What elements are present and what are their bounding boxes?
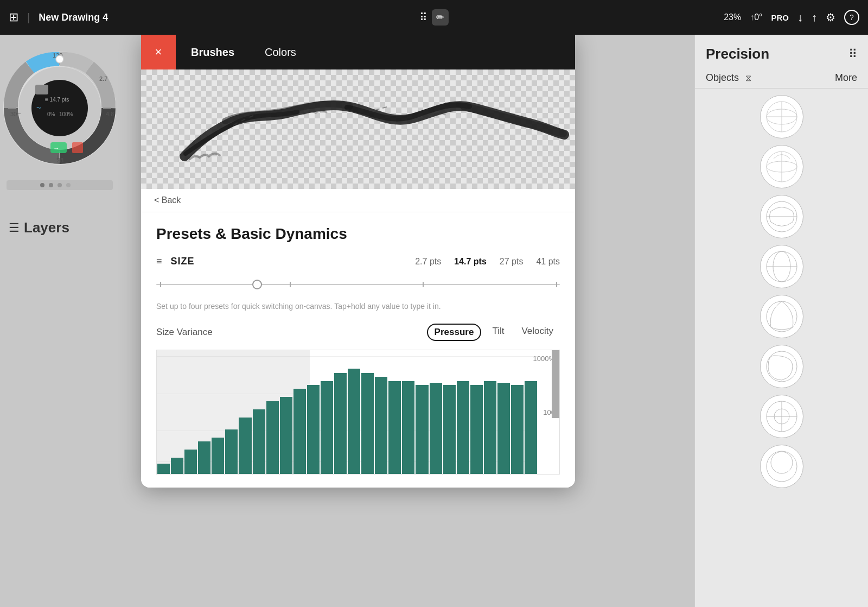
- variance-section: Size Variance Pressure Tilt Velocity: [156, 324, 560, 475]
- angle-display[interactable]: ↑0°: [750, 12, 762, 22]
- chart-bar: [307, 385, 320, 474]
- brush-preview-6[interactable]: [760, 345, 803, 388]
- right-header: Precision ⠿: [695, 35, 868, 68]
- layers-menu-icon: ☰: [9, 221, 20, 235]
- close-icon: ×: [155, 45, 162, 59]
- svg-rect-11: [35, 85, 48, 94]
- chart-bar: [484, 381, 496, 474]
- tab-colors[interactable]: Colors: [250, 35, 311, 69]
- settings-icon[interactable]: ⚙: [826, 11, 835, 24]
- svg-text:2.7: 2.7: [99, 75, 107, 82]
- topbar-right: 23% ↑0° PRO ↓ ↑ ⚙ ?: [724, 10, 859, 25]
- brush-icon-center[interactable]: ✏: [432, 9, 449, 26]
- chart-bar: [198, 441, 210, 474]
- modal-content: Presets & Basic Dynamics ≡ SIZE 2.7 pts …: [141, 212, 575, 488]
- size-label: SIZE: [171, 256, 195, 267]
- svg-point-40: [767, 451, 797, 482]
- size-header: ≡ SIZE 2.7 pts 14.7 pts 27 pts 41 pts: [156, 256, 560, 267]
- chart-scroll-bar[interactable]: [552, 350, 559, 418]
- chart-bar: [212, 438, 224, 474]
- chart-bar: [470, 385, 483, 474]
- variance-chart: 1000% 100: [156, 350, 560, 475]
- topbar: ⊞ | New Drawing 4 ⠿ ✏ 23% ↑0° PRO ↓ ↑ ⚙ …: [0, 0, 868, 35]
- chart-bar: [157, 464, 170, 474]
- document-title: New Drawing 4: [39, 12, 108, 23]
- brush-preview-3[interactable]: [760, 195, 803, 238]
- svg-text:4.8: 4.8: [106, 111, 114, 117]
- help-icon[interactable]: ?: [844, 10, 859, 25]
- size-preset-3[interactable]: 27 pts: [500, 257, 524, 267]
- size-section: ≡ SIZE 2.7 pts 14.7 pts 27 pts 41 pts: [156, 256, 560, 311]
- modal-header: × Brushes Colors: [141, 35, 575, 69]
- precision-grid-icon[interactable]: ⠿: [848, 47, 857, 61]
- slider-track: [156, 284, 560, 285]
- brush-preview-2[interactable]: [760, 145, 803, 188]
- chart-bar: [266, 401, 279, 474]
- chart-bar: [497, 383, 510, 474]
- tab-colors-label: Colors: [265, 46, 296, 59]
- variance-tab-tilt[interactable]: Tilt: [486, 324, 510, 341]
- svg-point-12: [56, 55, 63, 63]
- upload-icon[interactable]: ↑: [812, 11, 817, 24]
- chart-bar: [525, 381, 537, 474]
- tab-brushes[interactable]: Brushes: [176, 35, 250, 69]
- back-link-text: < Back: [154, 195, 181, 205]
- chart-bar: [361, 373, 374, 474]
- pro-badge: PRO: [771, 13, 789, 22]
- presets-title: Presets & Basic Dynamics: [156, 225, 560, 243]
- chart-bar: [511, 385, 524, 474]
- brush-preview-8[interactable]: [760, 445, 803, 488]
- variance-tab-pressure[interactable]: Pressure: [427, 324, 482, 341]
- chart-bar: [375, 377, 387, 474]
- topbar-center: ⠿ ✏: [419, 9, 449, 26]
- chart-bar: [293, 389, 306, 474]
- more-label[interactable]: More: [835, 72, 857, 84]
- download-icon[interactable]: ↓: [797, 11, 803, 24]
- variance-header: Size Variance Pressure Tilt Velocity: [156, 324, 560, 341]
- size-presets: 2.7 pts 14.7 pts 27 pts 41 pts: [415, 257, 560, 267]
- variance-label: Size Variance: [156, 327, 213, 338]
- slider-thumb[interactable]: [252, 280, 262, 289]
- layers-label: Layers: [24, 219, 69, 236]
- size-preset-4[interactable]: 41 pts: [536, 257, 560, 267]
- svg-text:≡ 14.7 pts: ≡ 14.7 pts: [45, 97, 69, 103]
- brush-preview-4[interactable]: [760, 245, 803, 288]
- svg-rect-18: [72, 142, 83, 153]
- objects-label[interactable]: Objects: [706, 72, 739, 84]
- chart-bar: [184, 450, 197, 474]
- chart-bar: [443, 385, 456, 474]
- color-wheel[interactable]: 120 2.7 4.8 28 30 ← ↓ 〜 → ≡ 14.7: [3, 51, 117, 165]
- variance-tabs: Pressure Tilt Velocity: [427, 324, 560, 341]
- layers-section[interactable]: ☰ Layers: [9, 219, 69, 236]
- size-preset-2[interactable]: 14.7 pts: [454, 257, 487, 267]
- chart-bar: [348, 369, 360, 474]
- back-link[interactable]: < Back: [141, 189, 575, 212]
- svg-text:〜: 〜: [36, 105, 41, 111]
- chart-bar: [430, 383, 442, 474]
- link-icon: ⧖: [745, 73, 751, 83]
- chart-bar: [225, 429, 238, 474]
- chart-bar: [280, 397, 292, 474]
- brush-preview-5[interactable]: [760, 295, 803, 338]
- brush-preview-1[interactable]: [760, 95, 803, 138]
- slider-hint: Set up to four presets for quick switchi…: [156, 302, 560, 311]
- brush-preview-7[interactable]: [760, 395, 803, 438]
- grid-icon-center[interactable]: ⠿: [419, 11, 427, 24]
- svg-text:100%: 100%: [59, 111, 73, 117]
- brush-preview-list: [695, 88, 868, 495]
- modal-close-button[interactable]: ×: [141, 35, 176, 69]
- zoom-level[interactable]: 23%: [724, 12, 741, 22]
- size-slider[interactable]: [156, 276, 560, 293]
- size-preset-1[interactable]: 2.7 pts: [415, 257, 441, 267]
- size-icon: ≡: [156, 256, 162, 267]
- topbar-left: ⊞ | New Drawing 4: [9, 10, 724, 24]
- variance-tab-velocity[interactable]: Velocity: [515, 324, 560, 341]
- wheel-area: 120 2.7 4.8 28 30 ← ↓ 〜 → ≡ 14.7: [0, 35, 119, 192]
- brushes-modal: × Brushes Colors: [141, 35, 575, 488]
- chart-bar: [253, 409, 265, 474]
- chart-bar: [321, 381, 333, 474]
- brush-stroke-preview: [141, 69, 575, 189]
- app-grid-icon[interactable]: ⊞: [9, 10, 18, 24]
- objects-row: Objects ⧖ More: [695, 68, 868, 88]
- svg-text:←: ←: [15, 109, 22, 118]
